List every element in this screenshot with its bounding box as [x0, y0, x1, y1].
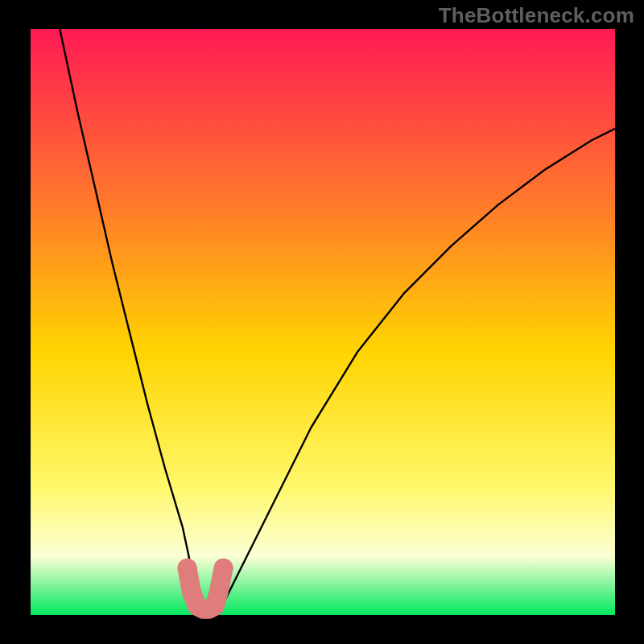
pink-endpoint-left	[178, 559, 197, 578]
pink-endpoint-right	[214, 559, 233, 578]
chart-frame: TheBottleneck.com	[0, 0, 644, 644]
bottleneck-chart	[0, 0, 644, 644]
watermark-label: TheBottleneck.com	[439, 3, 634, 28]
plot-background	[31, 29, 615, 615]
